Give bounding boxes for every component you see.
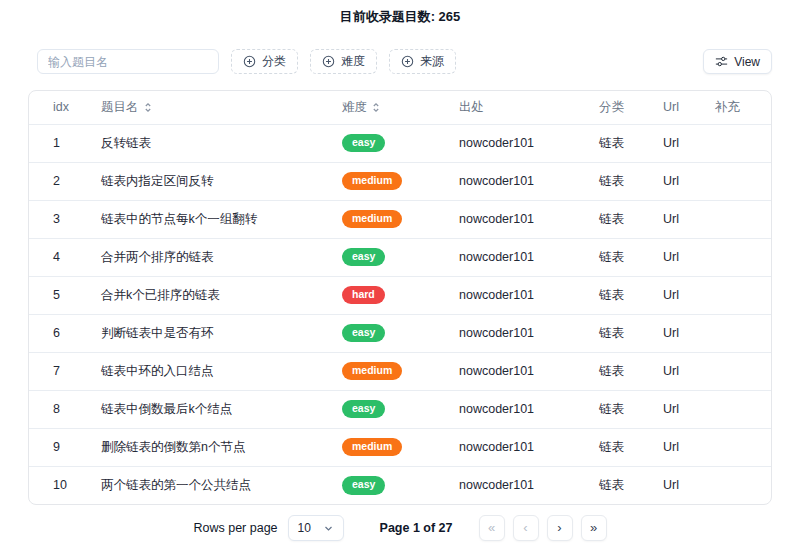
cell-url[interactable]: Url <box>663 478 679 492</box>
cell-category: 链表 <box>599 440 624 454</box>
cell-url[interactable]: Url <box>663 136 679 150</box>
filter-difficulty-button[interactable]: 难度 <box>310 49 377 74</box>
pager-buttons: « ‹ › » <box>479 515 607 541</box>
cell-category: 链表 <box>599 250 624 264</box>
cell-source: nowcoder101 <box>459 288 534 302</box>
cell-title: 链表中的节点每k个一组翻转 <box>101 212 257 226</box>
difficulty-badge: medium <box>342 438 402 457</box>
rows-per-page-label: Rows per page <box>193 521 277 535</box>
rows-per-page-value: 10 <box>298 521 311 535</box>
cell-source: nowcoder101 <box>459 364 534 378</box>
cell-title: 两个链表的第一个公共结点 <box>101 478 251 492</box>
cell-url[interactable]: Url <box>663 174 679 188</box>
table-row: 4合并两个排序的链表easynowcoder101链表Url <box>29 238 771 276</box>
difficulty-badge: medium <box>342 362 402 381</box>
cell-title: 链表内指定区间反转 <box>101 174 214 188</box>
cell-source: nowcoder101 <box>459 478 534 492</box>
table-row: 3链表中的节点每k个一组翻转mediumnowcoder101链表Url <box>29 200 771 238</box>
cell-idx: 2 <box>53 174 60 188</box>
cell-source: nowcoder101 <box>459 402 534 416</box>
sort-chevrons-icon <box>371 102 381 113</box>
plus-circle-icon <box>401 55 414 68</box>
plus-circle-icon <box>322 55 335 68</box>
table-row: 9删除链表的倒数第n个节点mediumnowcoder101链表Url <box>29 428 771 466</box>
column-header-url: Url <box>663 91 715 124</box>
cell-url[interactable]: Url <box>663 326 679 340</box>
column-header-difficulty[interactable]: 难度 <box>342 91 459 124</box>
cell-category: 链表 <box>599 288 624 302</box>
table-row: 6判断链表中是否有环easynowcoder101链表Url <box>29 314 771 352</box>
cell-idx: 6 <box>53 326 60 340</box>
cell-title: 反转链表 <box>101 136 151 150</box>
difficulty-badge: easy <box>342 324 385 343</box>
view-button-label: View <box>734 55 760 69</box>
table-row: 2链表内指定区间反转mediumnowcoder101链表Url <box>29 162 771 200</box>
table-row: 8链表中倒数最后k个结点easynowcoder101链表Url <box>29 390 771 428</box>
filter-category-label: 分类 <box>262 53 286 70</box>
cell-idx: 9 <box>53 440 60 454</box>
cell-idx: 10 <box>53 478 67 492</box>
cell-title: 判断链表中是否有环 <box>101 326 214 340</box>
column-header-source: 出处 <box>459 91 599 124</box>
page-title: 目前收录题目数: 265 <box>0 0 800 26</box>
cell-idx: 8 <box>53 402 60 416</box>
difficulty-badge: easy <box>342 248 385 267</box>
cell-url[interactable]: Url <box>663 288 679 302</box>
pagination-bar: Rows per page 10 Page 1 of 27 « ‹ › » <box>0 515 800 541</box>
last-page-button[interactable]: » <box>581 515 607 541</box>
cell-source: nowcoder101 <box>459 250 534 264</box>
cell-category: 链表 <box>599 212 624 226</box>
cell-title: 删除链表的倒数第n个节点 <box>101 440 245 454</box>
cell-idx: 7 <box>53 364 60 378</box>
cell-category: 链表 <box>599 326 624 340</box>
mixer-sliders-icon <box>715 55 728 68</box>
difficulty-badge: easy <box>342 476 385 495</box>
difficulty-badge: hard <box>342 286 385 305</box>
cell-idx: 3 <box>53 212 60 226</box>
search-input[interactable] <box>37 49 219 74</box>
cell-title: 合并两个排序的链表 <box>101 250 214 264</box>
cell-idx: 5 <box>53 288 60 302</box>
rows-per-page-select[interactable]: 10 <box>288 515 344 541</box>
cell-title: 链表中倒数最后k个结点 <box>101 402 232 416</box>
cell-source: nowcoder101 <box>459 326 534 340</box>
difficulty-badge: easy <box>342 400 385 419</box>
questions-table: idx 题目名 难度 出处 分类 Url 补充 <box>28 90 772 505</box>
page-info: Page 1 of 27 <box>380 521 453 535</box>
toolbar: 分类 难度 来源 View <box>28 49 772 74</box>
cell-idx: 1 <box>53 136 60 150</box>
plus-circle-icon <box>243 55 256 68</box>
column-header-title[interactable]: 题目名 <box>101 91 342 124</box>
cell-source: nowcoder101 <box>459 212 534 226</box>
first-page-button[interactable]: « <box>479 515 505 541</box>
table-row: 5合并k个已排序的链表hardnowcoder101链表Url <box>29 276 771 314</box>
cell-source: nowcoder101 <box>459 440 534 454</box>
filter-source-button[interactable]: 来源 <box>389 49 456 74</box>
table-body: 1反转链表easynowcoder101链表Url2链表内指定区间反转mediu… <box>29 124 771 504</box>
table-row: 10两个链表的第一个公共结点easynowcoder101链表Url <box>29 466 771 504</box>
cell-category: 链表 <box>599 174 624 188</box>
filter-source-label: 来源 <box>420 53 444 70</box>
cell-url[interactable]: Url <box>663 364 679 378</box>
column-header-extra: 补充 <box>715 91 771 124</box>
cell-url[interactable]: Url <box>663 250 679 264</box>
cell-source: nowcoder101 <box>459 174 534 188</box>
cell-url[interactable]: Url <box>663 212 679 226</box>
next-page-button[interactable]: › <box>547 515 573 541</box>
table-row: 1反转链表easynowcoder101链表Url <box>29 124 771 162</box>
cell-url[interactable]: Url <box>663 402 679 416</box>
cell-url[interactable]: Url <box>663 440 679 454</box>
table-header-row: idx 题目名 难度 出处 分类 Url 补充 <box>29 91 771 124</box>
cell-category: 链表 <box>599 136 624 150</box>
view-button[interactable]: View <box>703 49 772 74</box>
table-row: 7链表中环的入口结点mediumnowcoder101链表Url <box>29 352 771 390</box>
cell-category: 链表 <box>599 364 624 378</box>
cell-category: 链表 <box>599 478 624 492</box>
cell-idx: 4 <box>53 250 60 264</box>
prev-page-button[interactable]: ‹ <box>513 515 539 541</box>
difficulty-badge: easy <box>342 134 385 153</box>
filter-category-button[interactable]: 分类 <box>231 49 298 74</box>
difficulty-badge: medium <box>342 172 402 191</box>
filter-difficulty-label: 难度 <box>341 53 365 70</box>
column-header-idx: idx <box>29 91 101 124</box>
